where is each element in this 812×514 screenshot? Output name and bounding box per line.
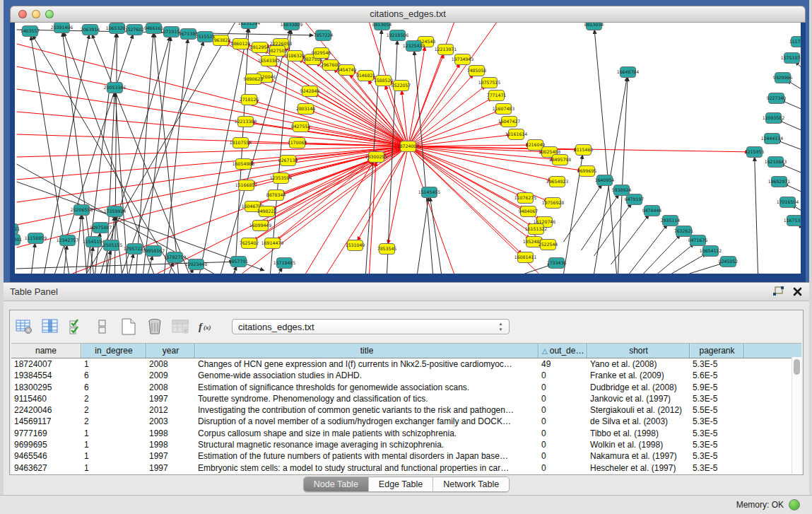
table-cell[interactable]: 5.3E-5 — [690, 450, 744, 462]
table-cell[interactable]: 6 — [81, 382, 146, 393]
table-cell[interactable]: 2 — [81, 393, 146, 404]
column-header-name[interactable]: name — [11, 344, 81, 358]
table-cell[interactable]: Estimation of significance thresholds fo… — [195, 382, 539, 393]
table-options-button[interactable] — [14, 316, 34, 337]
new-column-button[interactable] — [119, 316, 139, 337]
column-header-pagerank[interactable]: pagerank — [690, 344, 744, 358]
float-window-icon[interactable] — [773, 286, 784, 296]
table-cell[interactable]: Jankovic et al. (1997) — [587, 393, 690, 404]
table-cell[interactable]: Estimation of the future numbers of pati… — [195, 450, 539, 462]
table-cell[interactable]: 0 — [539, 462, 587, 474]
table-cell[interactable]: Tibbo et al. (1998) — [587, 428, 690, 439]
table-cell[interactable]: 5.3E-5 — [690, 393, 744, 404]
table-cell[interactable]: 2 — [81, 416, 146, 427]
table-cell[interactable]: 49 — [539, 358, 587, 370]
table-cell[interactable]: Nakamura et al. (1997) — [587, 450, 690, 462]
tab-edge-table[interactable]: Edge Table — [369, 477, 433, 491]
table-cell[interactable]: 19384554 — [11, 370, 81, 381]
table-cell[interactable]: 18300295 — [11, 382, 81, 393]
table-row[interactable]: 1456911722003Disruption of a novel membe… — [11, 416, 801, 427]
table-cell[interactable]: 2 — [81, 404, 146, 416]
select-all-checks-button[interactable] — [66, 316, 86, 337]
column-header-in_degree[interactable]: in_degree — [81, 344, 146, 358]
table-cell[interactable]: Genome-wide association studies in ADHD. — [195, 370, 539, 381]
table-row[interactable]: 977716911998Corpus callosum shape and si… — [11, 428, 801, 439]
table-cell[interactable]: 1997 — [146, 450, 195, 462]
table-selector-dropdown[interactable]: citations_edges.txt ▲▼ — [232, 319, 510, 334]
table-row[interactable]: 2242004622012Investigating the contribut… — [11, 404, 801, 416]
table-row[interactable]: 1872400712008Changes of HCN gene express… — [11, 358, 801, 370]
table-cell[interactable]: 14569117 — [11, 416, 81, 427]
table-cell[interactable]: 1 — [81, 462, 146, 474]
table-cell[interactable]: 0 — [539, 404, 587, 416]
column-header-year[interactable]: year — [146, 344, 195, 358]
table-row[interactable]: 1938455462009Genome-wide association stu… — [11, 370, 801, 381]
table-cell[interactable]: 9699695 — [11, 439, 81, 450]
table-cell[interactable]: 2012 — [146, 404, 195, 416]
table-cell[interactable]: 22420046 — [11, 404, 81, 416]
table-cell[interactable]: 0 — [539, 450, 587, 462]
network-canvas[interactable]: 1872400718300295796382288601288912954222… — [15, 23, 801, 274]
table-cell[interactable]: 0 — [539, 393, 587, 404]
table-cell[interactable]: Wolkin et al. (1998) — [587, 439, 690, 450]
table-cell[interactable]: 9115460 — [11, 393, 81, 404]
table-cell[interactable]: 5.3E-5 — [690, 358, 744, 370]
table-cell[interactable]: Yano et al. (2008) — [587, 358, 690, 370]
table-cell[interactable]: 5.3E-5 — [690, 416, 744, 427]
table-cell[interactable]: 5.6E-5 — [690, 370, 744, 381]
table-cell[interactable]: 1 — [81, 428, 146, 439]
table-cell[interactable]: 18724007 — [11, 358, 81, 370]
table-cell[interactable]: Franke et al. (2009) — [587, 370, 690, 381]
table-cell[interactable]: 1998 — [146, 439, 195, 450]
table-cell[interactable]: 1 — [81, 358, 146, 370]
table-cell[interactable]: Embryonic stem cells: a model to study s… — [195, 462, 539, 474]
table-row[interactable]: 1830029562008Estimation of significance … — [11, 382, 801, 393]
table-cell[interactable]: 1997 — [146, 393, 195, 404]
table-cell[interactable]: 0 — [539, 428, 587, 439]
table-cell[interactable]: Investigating the contribution of common… — [195, 404, 539, 416]
table-cell[interactable]: 2008 — [146, 382, 195, 393]
table-cell[interactable]: Changes of HCN gene expression and I(f) … — [195, 358, 539, 370]
network-window-titlebar[interactable]: citations_edges.txt — [10, 6, 806, 23]
node-table[interactable]: namein_degreeyeartitle△out_de…shortpager… — [11, 343, 801, 474]
table-cell[interactable]: 5.3E-5 — [690, 462, 744, 474]
table-row[interactable]: 969969511998Structural magnetic resonanc… — [11, 439, 801, 450]
table-cell[interactable]: 5.3E-5 — [690, 439, 744, 450]
table-cell[interactable]: 0 — [539, 416, 587, 427]
select-columns-button[interactable] — [40, 316, 60, 337]
table-cell[interactable]: 0 — [539, 439, 587, 450]
column-header-out_de[interactable]: △out_de… — [539, 344, 587, 358]
network-window[interactable]: citations_edges.txt 18724007183002957963… — [10, 6, 806, 277]
table-row[interactable]: 946554611997Estimation of the future num… — [11, 450, 801, 462]
table-cell[interactable]: Stergiakouli et al. (2012) — [587, 404, 690, 416]
table-cell[interactable]: Tourette syndrome. Phenomenology and cla… — [195, 393, 539, 404]
table-cell[interactable]: Corpus callosum shape and size in male p… — [195, 428, 539, 439]
tab-node-table[interactable]: Node Table — [304, 477, 369, 491]
close-panel-icon[interactable] — [793, 287, 802, 296]
table-cell[interactable]: 1 — [81, 439, 146, 450]
table-cell[interactable]: 1 — [81, 450, 146, 462]
row-options-button[interactable] — [93, 316, 112, 337]
column-header-title[interactable]: title — [195, 344, 539, 358]
table-row[interactable]: 911546021997Tourette syndrome. Phenomeno… — [11, 393, 801, 404]
memory-ok-icon[interactable] — [789, 499, 800, 510]
table-cell[interactable]: 0 — [539, 382, 587, 393]
table-cell[interactable]: 9465546 — [11, 450, 81, 462]
table-cell[interactable]: Dudbridge et al. (2008) — [587, 382, 690, 393]
column-header-short[interactable]: short — [587, 344, 690, 358]
table-cell[interactable]: 6 — [81, 370, 146, 381]
delete-column-button[interactable] — [145, 316, 165, 337]
table-cell[interactable]: Structural magnetic resonance image aver… — [195, 439, 539, 450]
table-cell[interactable]: 9777169 — [11, 428, 81, 439]
table-cell[interactable]: 5.9E-5 — [690, 382, 744, 393]
tab-network-table[interactable]: Network Table — [433, 477, 509, 491]
table-cell[interactable]: 1997 — [146, 462, 195, 474]
table-cell[interactable]: 9463627 — [11, 462, 81, 474]
function-builder-button[interactable]: f (x) — [197, 316, 217, 337]
table-cell[interactable]: 5.3E-5 — [690, 428, 744, 439]
table-cell[interactable]: 2008 — [146, 358, 195, 370]
table-scrollbar-thumb[interactable] — [794, 359, 800, 375]
table-scrollbar[interactable] — [792, 357, 801, 474]
table-cell[interactable]: 0 — [539, 370, 587, 381]
table-cell[interactable]: 2009 — [146, 370, 195, 381]
